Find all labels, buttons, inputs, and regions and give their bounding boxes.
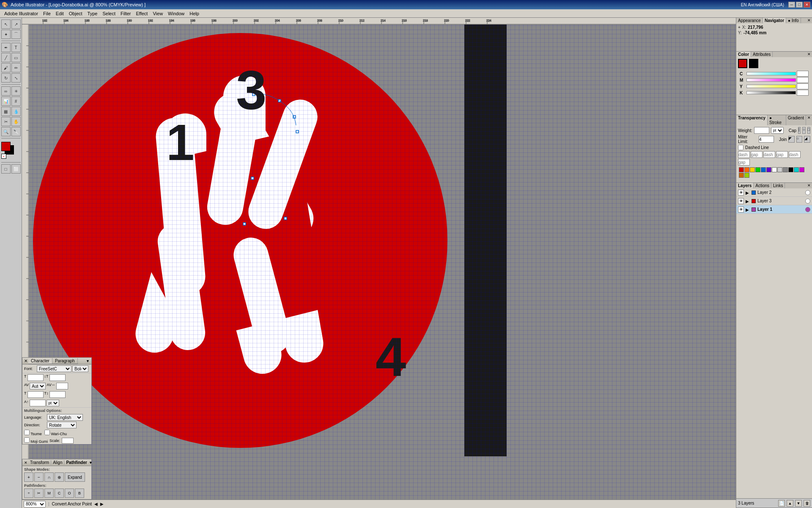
palette-cyan[interactable] [794,167,799,172]
direct-selection-tool[interactable]: ↗ [11,19,21,29]
tab-layers[interactable]: Layers [736,183,754,188]
canvas-area[interactable]: 182 184 186 188 190 192 194 196 198 200 … [22,18,736,508]
tsume-checkbox[interactable] [24,430,30,435]
tab-attributes[interactable]: Attributes [751,52,773,57]
menu-window[interactable]: Window [165,10,187,17]
layer-move-up-btn[interactable]: ▲ [787,500,793,507]
cap-butt-btn[interactable]: | [798,127,801,134]
y-value[interactable]: 90 [797,83,809,89]
tab-actions[interactable]: Actions [754,183,771,188]
close-button[interactable]: ✕ [804,2,810,8]
gradient-tool[interactable]: ▦ [1,107,11,116]
gap1[interactable] [751,151,763,158]
menu-edit[interactable]: Edit [53,10,66,17]
gap2[interactable] [776,151,788,158]
palette-white[interactable] [772,167,777,172]
cap-round-btn[interactable]: ○ [802,127,805,134]
c-value[interactable]: 0 [797,71,809,77]
tab-navigator[interactable]: Navigator [763,18,786,23]
tab-transparency[interactable]: Transparency [736,115,768,125]
scissors-tool[interactable]: ✂ [1,117,11,126]
dash1[interactable] [738,151,750,158]
char-panel-header[interactable]: ✕ Character Paragraph ▼ [22,358,91,364]
palette-black[interactable] [788,167,793,172]
leading-input[interactable]: 16.73 [49,374,66,381]
symbol-tool[interactable]: ✳ [11,86,21,96]
cap-square-btn[interactable]: □ [807,127,810,134]
fullscreen-btn[interactable]: ⬜ [11,164,21,174]
pencil-tool[interactable]: ✏ [11,63,21,72]
layer-row-2[interactable]: 👁 ▶ Layer 2 [736,188,812,197]
scale-input[interactable]: 100 [62,438,74,444]
direction-select[interactable]: Rotate [47,422,77,428]
layer3-target[interactable] [805,199,810,204]
layer-delete-btn[interactable]: 🗑 [804,500,810,507]
tab-info[interactable]: ● Info [786,18,801,23]
pf-panel-header[interactable]: ✕ Transform Align Pathfinder ▼ [22,459,91,466]
layer-row-3[interactable]: 👁 ▶ Layer 3 [736,197,812,205]
none-fill-icon[interactable]: × [1,154,6,159]
palette-yellow[interactable] [750,167,755,172]
tab-color[interactable]: Color [736,52,751,57]
dash3[interactable] [789,151,801,158]
fill-swatch[interactable] [738,59,747,68]
join-round-btn[interactable]: ○ [796,136,803,143]
m-slider[interactable] [746,78,796,82]
join-miter-btn[interactable]: ◤ [788,136,795,143]
menu-illustrator[interactable]: Adobe Illustrator [2,10,41,17]
m-value[interactable]: 90 [797,77,809,83]
tracking-input[interactable]: 10 [56,383,68,389]
pf-minus-back[interactable]: B [75,489,84,498]
layer2-expand[interactable]: ▶ [746,190,750,195]
color-panel-close[interactable]: ✕ [806,52,812,57]
canvas-content[interactable]: 1 3 4 [29,25,736,500]
lasso-tool[interactable]: ⌒ [11,30,21,39]
palette-gray[interactable] [783,167,788,172]
column-graph-tool[interactable]: 📊 [1,97,11,106]
language-select[interactable]: UK: English [47,414,83,421]
layer2-target[interactable] [805,190,810,195]
layer1-target[interactable] [805,207,810,212]
pf-outline[interactable]: O [65,489,74,498]
palette-magenta[interactable] [799,167,804,172]
pen-tool[interactable]: ✒ [1,43,11,52]
tab-paragraph[interactable]: Paragraph [52,358,78,364]
pf-divide[interactable]: ÷ [24,489,33,498]
scale-tool[interactable]: ⤡ [11,73,21,83]
font-size-input[interactable]: 15.73 [27,374,44,381]
panel-close-btn[interactable]: ✕ [806,18,812,23]
layer-move-down-btn[interactable]: ▼ [795,500,802,507]
palette-red[interactable] [739,167,744,172]
tab-pathfinder[interactable]: Pathfinder [64,460,88,465]
layer-new-btn[interactable]: 📄 [778,500,785,507]
zoom-tool[interactable]: 🔍 [1,127,11,136]
kerning-select[interactable]: Auto [30,383,46,389]
stroke-swatch[interactable] [749,59,758,68]
tab-character[interactable]: Character [28,358,52,364]
stroke-panel-close[interactable]: ✕ [806,115,812,125]
expand-button[interactable]: Expand [65,472,85,482]
type-tool[interactable]: T [11,43,21,52]
nav-prev[interactable]: ◀ [94,502,98,506]
tab-transform[interactable]: Transform [28,460,51,465]
font-style-select[interactable]: Bold [72,365,88,372]
normal-view-btn[interactable]: □ [1,164,11,174]
selection-tool[interactable]: ↖ [1,19,11,29]
layer3-expand[interactable]: ▶ [746,199,750,203]
shape-mode-intersect[interactable]: ∩ [44,472,54,482]
mojigumi-checkbox[interactable] [24,437,30,443]
shape-mode-add[interactable]: + [24,472,33,482]
wari-chu-check[interactable]: Wari-Chu [44,430,67,436]
line-tool[interactable]: ╱ [1,53,11,62]
shape-mode-exclude[interactable]: ⊕ [55,472,64,482]
rotate-tool[interactable]: ↻ [1,73,11,83]
layer2-eye[interactable]: 👁 [738,190,744,196]
weight-input[interactable]: 1 [754,127,769,134]
menu-effect[interactable]: Effect [134,10,151,17]
mesh-tool[interactable]: # [11,97,21,106]
tab-stroke[interactable]: ● Stroke [768,115,786,125]
hscale-input[interactable]: 100% [27,391,44,398]
fill-color-box[interactable] [1,142,11,151]
palette-lightgray[interactable] [777,167,782,172]
titlebar-controls[interactable]: EN Английский (США) ─ □ ✕ [741,2,810,8]
